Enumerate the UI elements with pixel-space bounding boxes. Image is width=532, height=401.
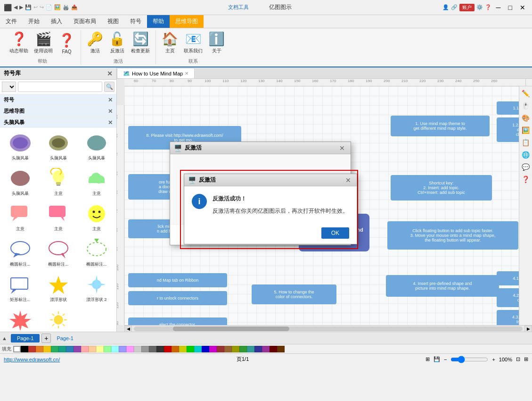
menu-file[interactable]: 文件 [0,15,23,28]
swatch-lavender[interactable] [119,346,126,352]
symbol-item-brain2[interactable]: 头脑风暴 [40,130,76,163]
symbol-item-spiky[interactable] [2,307,38,332]
swatch-vdbrown[interactable] [277,346,285,352]
mindmap-node-4-3[interactable]: 4.3. Click Insert Pictu...Insert Shape F… [497,310,519,325]
rt-btn-globe[interactable]: 🌐 [521,150,531,160]
rt-btn-paint[interactable]: 🎨 [521,113,531,123]
swatch-fgreen[interactable] [239,346,247,352]
swatch-dolive[interactable] [179,346,187,352]
rt-btn-question[interactable]: ❓ [521,174,531,184]
swatch-red1[interactable] [28,346,36,352]
rt-btn-pencil[interactable]: ✏️ [521,88,531,99]
mindmap-node-4[interactable]: 4. Insert pre-defined shape andpicture i… [386,275,499,297]
swatch-peach[interactable] [89,346,96,352]
mindmap-node-1-2[interactable]: 1.2. Click Mind Map t...drop down butto.… [497,117,519,142]
mindmap-node-unlock[interactable]: r to unlock connectors [128,291,227,305]
swatch-brown2[interactable] [224,346,232,352]
export-btn[interactable]: 📤 [71,4,78,10]
help-icon[interactable]: ❓ [485,4,491,10]
symbol-item-brain3[interactable]: 头脑风暴 [78,130,115,163]
swatch-white[interactable] [13,346,21,352]
scroll-thumb-h[interactable] [173,326,290,331]
redo-btn[interactable]: ↪ [40,4,44,10]
symbol-search-button[interactable]: 🔍 [104,82,115,92]
symbol-item-rect[interactable]: 矩形标注... [2,271,38,305]
canvas-tab-close[interactable]: ✕ [185,71,188,76]
dialog-ok-button[interactable]: OK [321,227,349,239]
swatch-olive[interactable] [232,346,239,352]
status-icon-grid[interactable]: ⊞ [426,356,430,362]
ribbon-btn-activate[interactable]: 🔑 激活 [85,30,105,55]
share-icon[interactable]: 🔗 [451,4,458,10]
new-btn[interactable]: 📄 [46,4,52,10]
print-btn[interactable]: 🖨️ [63,4,69,10]
mindmap-node-4-2[interactable]: 4.2. Go to Mind Map...or right click the… [497,288,519,307]
rt-btn-cursor[interactable]: 🖱️ [521,100,531,111]
symbol-item-sun[interactable] [40,307,76,332]
swatch-green1[interactable] [51,346,58,352]
swatch-lgray[interactable] [134,346,141,352]
swatch-yellow1[interactable] [43,346,51,352]
scrollbar-horizontal[interactable]: ◀ ▶ [124,325,532,332]
symbol-dropdown[interactable] [2,82,16,92]
page-add-button[interactable]: + [41,334,51,343]
status-icon-plus[interactable]: + [492,357,495,362]
swatch-black[interactable] [21,346,28,352]
symbol-item-float2[interactable]: 漂浮形状 2 [78,271,115,305]
swatch-dred[interactable] [164,346,172,352]
ribbon-btn-faq[interactable]: ❓ FAQ [57,32,77,55]
mindmap-node-shortcut[interactable]: Shortcut key:2. Insert: add topic.Ctrl+I… [391,175,492,200]
scroll-right-btn[interactable]: ▶ [524,326,532,332]
mindmap-node-floating[interactable]: Click floating button to add sub topic f… [387,221,518,250]
mindmap-node-5[interactable]: 5. How to change thecolor of connectors. [252,284,336,304]
zoom-slider[interactable] [450,356,488,363]
swatch-dorange[interactable] [172,346,179,352]
symbol-item-star[interactable]: 漂浮形状 [40,271,76,305]
menu-insert[interactable]: 插入 [45,15,68,28]
ribbon-btn-about[interactable]: ℹ️ 关于 [206,30,227,55]
panel-section-mindmap-header[interactable]: 思维导图 ✕ [0,106,116,117]
dialog-inner-close[interactable]: ✕ [344,176,353,184]
symbol-item-oval3[interactable]: 椭圆标注... [78,236,115,269]
menu-page-layout[interactable]: 页面布局 [68,15,102,28]
symbol-item-talk1[interactable]: 主意 [2,200,38,234]
swatch-pink2[interactable] [126,346,134,352]
mindmap-node-1-1[interactable]: 1.1. Go to Mind Map... [497,101,519,115]
symbol-item-smiley[interactable]: 主意 [78,200,115,234]
swatch-teal1[interactable] [58,346,66,352]
panel-section-brainstorm-close[interactable]: ✕ [108,119,113,126]
panel-section-symbol-header[interactable]: 符号 ✕ [0,94,116,105]
symbol-item-talk2[interactable]: 主意 [40,200,76,234]
settings-icon[interactable]: ⚙️ [476,4,483,10]
swatch-mint[interactable] [104,346,111,352]
symbol-item-bulb[interactable]: 主意 [40,165,76,199]
swatch-fteal[interactable] [247,346,254,352]
swatch-fpurple[interactable] [262,346,270,352]
menu-help[interactable]: 帮助 [147,15,170,28]
close-btn[interactable]: ✕ [517,4,528,11]
back-btn[interactable]: ◀ [14,4,17,10]
swatch-purple1[interactable] [74,346,81,352]
panel-section-brainstorm-header[interactable]: 头脑风暴 ✕ [0,117,116,128]
swatch-vdgray[interactable] [156,346,164,352]
scroll-left-btn[interactable]: ◀ [124,326,132,332]
symbol-panel-close[interactable]: ✕ [107,70,113,77]
swatch-dpurple[interactable] [209,346,217,352]
status-icon-save[interactable]: 💾 [434,356,440,362]
swatch-dblue[interactable] [202,346,209,352]
symbol-item-cloud[interactable]: 主意 [78,165,115,199]
swatch-blue1[interactable] [66,346,74,352]
ribbon-btn-manual[interactable]: 🎬 使用说明 [32,30,55,55]
rt-btn-image[interactable]: 🖼️ [521,125,531,135]
canvas-tab-main[interactable]: 🗺️ How to Use Mind Map ✕ [117,68,195,78]
minimize-btn[interactable]: ─ [493,4,504,11]
swatch-findigo[interactable] [254,346,262,352]
swatch-orange1[interactable] [36,346,43,352]
page-tab-1[interactable]: Page-1 [11,334,40,343]
rt-btn-chat[interactable]: 💬 [521,162,531,172]
ribbon-btn-dynamic-help[interactable]: ❓ 动态帮助 [8,30,30,55]
swatch-yellow2[interactable] [96,346,104,352]
status-icon-fit[interactable]: ⊡ [516,356,520,362]
template-btn[interactable]: 🖼️ [54,4,61,10]
mindmap-node-2[interactable]: 1. Use mind map theme toget different mi… [391,116,490,136]
